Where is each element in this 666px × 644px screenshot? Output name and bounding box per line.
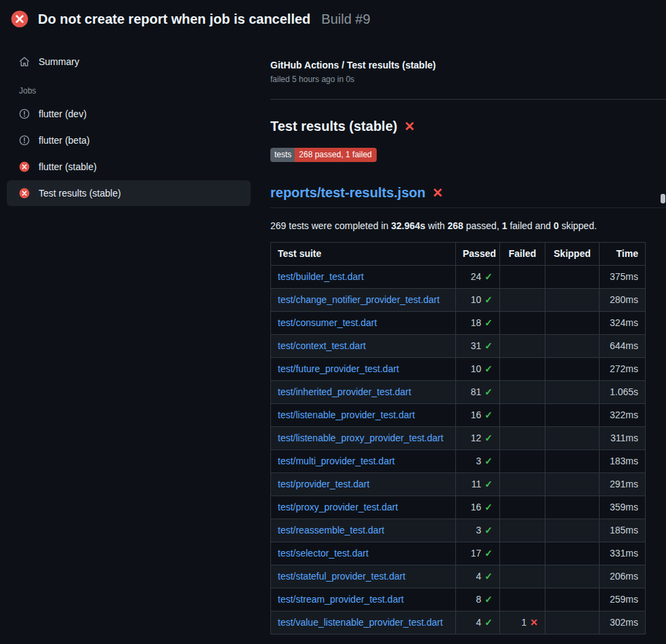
check-icon: ✓ [484,432,493,443]
time-value: 359ms [600,496,646,519]
time-value: 324ms [600,312,646,335]
table-row: test/change_notifier_provider_test.dart … [271,289,646,312]
sidebar-item-test-results-stable[interactable]: Test results (stable) [7,180,251,206]
failed-count: 1 [521,617,526,628]
sidebar-item-summary[interactable]: Summary [7,49,251,75]
suite-link[interactable]: test/provider_test.dart [278,479,369,489]
table-row: test/listenable_provider_test.dart 16✓ ✕… [271,404,646,427]
sidebar-job-label: flutter (beta) [39,135,89,146]
skipped-count [545,381,600,404]
sidebar-job-label: flutter (dev) [39,108,87,119]
table-row: test/value_listenable_provider_test.dart… [271,611,646,635]
failed-status-icon [19,161,30,172]
cancelled-status-icon [19,135,30,146]
summary-skipped: 0 [554,220,559,231]
time-value: 183ms [600,450,646,473]
suite-link[interactable]: test/listenable_proxy_provider_test.dart [278,432,443,443]
sidebar-summary-label: Summary [39,56,79,67]
page-title: Do not create report when job is cancell… [38,12,310,27]
skipped-count [545,450,600,473]
suite-link[interactable]: test/builder_test.dart [278,271,364,282]
suite-link[interactable]: test/change_notifier_provider_test.dart [278,294,440,305]
sidebar-item-flutter-beta[interactable]: flutter (beta) [7,127,251,153]
check-run-title: Test results (stable) ✕ [270,119,645,134]
check-icon: ✓ [484,409,493,420]
passed-count: 11 [472,479,482,489]
jobs-sidebar: Summary Jobs flutter (dev) flut [0,38,257,207]
passed-count: 4 [476,617,481,628]
check-icon: ✓ [484,340,493,351]
test-results-table: Test suite Passed Failed Skipped Time te… [270,242,646,635]
passed-count: 18 [471,317,482,328]
sidebar-item-flutter-stable[interactable]: flutter (stable) [7,154,251,180]
skipped-count [545,542,600,565]
suite-link[interactable]: test/consumer_test.dart [278,317,377,328]
check-icon: ✓ [484,502,493,512]
suite-link[interactable]: test/multi_provider_test.dart [278,456,395,466]
skipped-count [545,289,600,312]
summary-duration: 32.964s [391,220,425,231]
tests-badge: tests 268 passed, 1 failed [270,148,377,162]
skipped-count [545,611,600,635]
suite-link[interactable]: test/context_test.dart [278,340,366,351]
check-icon: ✓ [484,548,493,559]
failed-status-icon [11,10,28,28]
table-row: test/reassemble_test.dart 3✓ ✕ 185ms [271,519,646,542]
suite-link[interactable]: test/future_provider_test.dart [278,363,399,374]
check-icon: ✓ [484,571,493,582]
skipped-count [545,335,600,358]
passed-count: 3 [476,525,481,536]
table-row: test/provider_test.dart 11✓ ✕ 291ms [271,473,646,496]
suite-link[interactable]: test/inherited_provider_test.dart [278,386,411,397]
table-row: test/stateful_provider_test.dart 4✓ ✕ 20… [271,565,646,588]
table-row: test/proxy_provider_test.dart 16✓ ✕ 359m… [271,496,646,519]
skipped-count [545,496,600,519]
table-row: test/context_test.dart 31✓ ✕ 644ms [271,335,646,358]
passed-count: 16 [471,502,482,512]
passed-count: 81 [471,386,482,397]
build-number: Build #9 [321,12,370,27]
skipped-count [545,565,600,588]
suite-link[interactable]: test/selector_test.dart [278,548,369,559]
table-header-row: Test suite Passed Failed Skipped Time [271,243,646,266]
suite-link[interactable]: test/value_listenable_provider_test.dart [278,617,443,628]
time-value: 644ms [600,335,646,358]
time-value: 302ms [600,611,646,635]
sidebar-job-label: Test results (stable) [39,188,121,199]
col-header-time: Time [600,243,646,266]
time-value: 185ms [600,519,646,542]
passed-count: 4 [476,571,481,582]
test-summary: 269 tests were completed in 32.964s with… [270,220,645,231]
col-header-skipped: Skipped [545,243,600,266]
check-icon: ✓ [484,479,493,489]
report-heading: reports/test-results.json ✕ [270,185,666,208]
badge-label: tests [270,148,295,162]
suite-link[interactable]: test/listenable_provider_test.dart [278,409,415,420]
passed-count: 3 [476,456,481,466]
table-row: test/builder_test.dart 24✓ ✕ 375ms [271,266,646,289]
table-row: test/consumer_test.dart 18✓ ✕ 324ms [271,312,646,335]
jobs-section-heading: Jobs [7,75,251,101]
suite-link[interactable]: test/stateful_provider_test.dart [278,571,405,582]
table-row: test/listenable_proxy_provider_test.dart… [271,427,646,450]
suite-link[interactable]: test/stream_provider_test.dart [278,594,404,605]
suite-link[interactable]: test/reassemble_test.dart [278,525,384,536]
passed-count: 10 [471,294,482,305]
table-row: test/inherited_provider_test.dart 81✓ ✕ … [271,381,646,404]
skipped-count [545,404,600,427]
run-meta: failed 5 hours ago in 0s [270,75,645,84]
check-icon: ✓ [484,317,493,328]
suite-link[interactable]: test/proxy_provider_test.dart [278,502,398,512]
time-value: 291ms [600,473,646,496]
skipped-count [545,427,600,450]
skipped-count [545,519,600,542]
passed-count: 16 [471,409,482,420]
sidebar-item-flutter-dev[interactable]: flutter (dev) [7,101,251,127]
time-value: 259ms [600,588,646,611]
passed-count: 24 [471,271,482,282]
time-value: 331ms [600,542,646,565]
report-link[interactable]: reports/test-results.json [270,185,425,201]
scrollbar-thumb[interactable] [661,194,665,203]
skipped-count [545,473,600,496]
job-detail-panel: GitHub Actions / Test results (stable) f… [257,38,666,635]
